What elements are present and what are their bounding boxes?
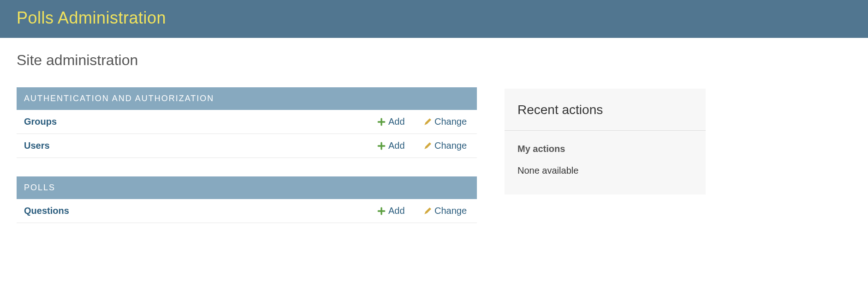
- pencil-icon: [423, 118, 432, 126]
- change-link-users[interactable]: Change: [423, 140, 470, 151]
- change-label: Change: [434, 140, 467, 151]
- app-module-auth: AUTHENTICATION AND AUTHORIZATION Groups …: [17, 87, 477, 158]
- change-link-groups[interactable]: Change: [423, 116, 470, 127]
- divider: [505, 130, 706, 131]
- header-bar: Polls Administration: [0, 0, 868, 38]
- add-label: Add: [388, 206, 405, 216]
- change-link-questions[interactable]: Change: [423, 206, 470, 216]
- module-caption[interactable]: POLLS: [17, 176, 477, 199]
- my-actions-title: My actions: [517, 144, 693, 154]
- recent-actions-panel: Recent actions My actions None available: [505, 89, 706, 194]
- model-link-users[interactable]: Users: [24, 140, 377, 151]
- page-title: Site administration: [17, 52, 477, 69]
- module-caption[interactable]: AUTHENTICATION AND AUTHORIZATION: [17, 87, 477, 110]
- add-label: Add: [388, 140, 405, 151]
- change-label: Change: [434, 206, 467, 216]
- content-wrapper: Site administration AUTHENTICATION AND A…: [0, 38, 868, 255]
- recent-actions-title: Recent actions: [517, 103, 693, 117]
- recent-actions-empty: None available: [517, 165, 693, 176]
- main-column: Site administration AUTHENTICATION AND A…: [17, 52, 477, 242]
- add-link-users[interactable]: Add: [377, 140, 423, 151]
- model-link-questions[interactable]: Questions: [24, 206, 377, 216]
- model-row-questions: Questions Add Change: [17, 199, 477, 223]
- pencil-icon: [423, 207, 432, 215]
- add-link-groups[interactable]: Add: [377, 116, 423, 127]
- add-link-questions[interactable]: Add: [377, 206, 423, 216]
- app-module-polls: POLLS Questions Add Change: [17, 176, 477, 223]
- model-link-groups[interactable]: Groups: [24, 116, 377, 127]
- add-label: Add: [388, 116, 405, 127]
- model-row-groups: Groups Add Change: [17, 110, 477, 134]
- site-title[interactable]: Polls Administration: [17, 8, 851, 28]
- plus-icon: [377, 118, 386, 126]
- pencil-icon: [423, 142, 432, 150]
- plus-icon: [377, 207, 386, 215]
- model-row-users: Users Add Change: [17, 134, 477, 158]
- change-label: Change: [434, 116, 467, 127]
- plus-icon: [377, 142, 386, 150]
